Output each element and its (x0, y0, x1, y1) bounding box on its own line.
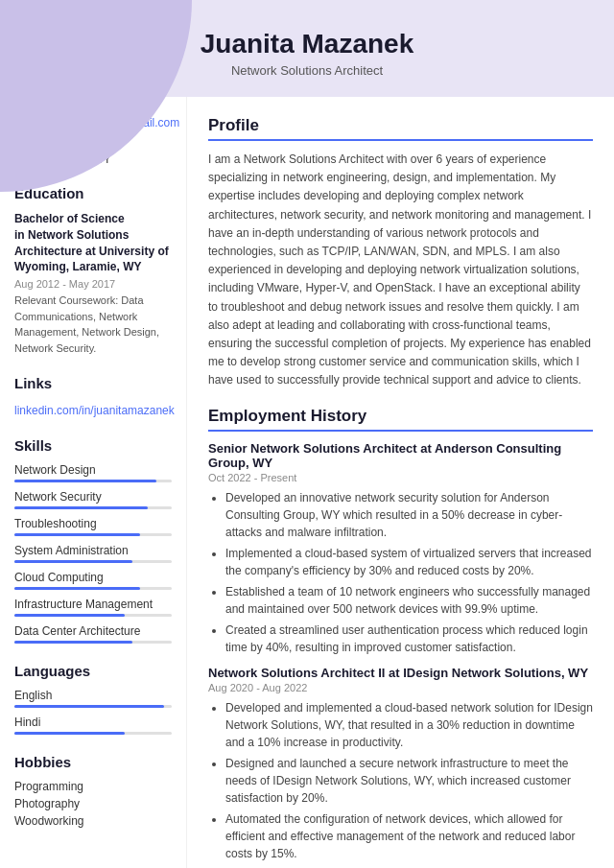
hobbies-list: ProgrammingPhotographyWoodworking (14, 780, 172, 828)
links-section: Links linkedin.com/in/juanitamazanek (14, 375, 172, 418)
skill-bar-fill (14, 533, 140, 536)
profile-text: I am a Network Solutions Architect with … (208, 151, 593, 389)
skill-item: Data Center Architecture (14, 624, 172, 644)
job-entry: Senior Network Solutions Architect at An… (208, 441, 593, 656)
resume-header: Juanita Mazanek Network Solutions Archit… (0, 0, 614, 97)
edu-coursework: Relevant Coursework: Data Communications… (14, 293, 172, 356)
hobby-item: Photography (14, 797, 172, 810)
skill-bar-fill (14, 480, 156, 482)
skill-item: Infrastructure Management (14, 598, 172, 617)
languages-list: English Hindi (14, 689, 172, 735)
employment-section-title: Employment History (208, 407, 593, 432)
candidate-title: Network Solutions Architect (19, 63, 595, 78)
education-section: Education Bachelor of Science in Network… (14, 185, 172, 356)
linkedin-link[interactable]: linkedin.com/in/juanitamazanek (14, 404, 175, 417)
hobbies-section: Hobbies ProgrammingPhotographyWoodworkin… (14, 754, 172, 828)
links-title: Links (14, 375, 172, 391)
skill-bar-fill (14, 506, 148, 509)
skill-bar-bg (14, 560, 172, 563)
language-name: English (14, 689, 172, 702)
skill-item: System Administration (14, 544, 172, 563)
list-item: Automated the configuration of network d… (225, 810, 593, 862)
job-date: Aug 2020 - Aug 2022 (208, 682, 593, 693)
language-bar-fill (14, 732, 125, 735)
skill-bar-bg (14, 533, 172, 536)
language-bar-bg (14, 705, 172, 708)
skill-name: Cloud Computing (14, 571, 172, 584)
skill-bar-fill (14, 587, 140, 590)
hobbies-title: Hobbies (14, 754, 172, 770)
list-item: Designed and launched a secure network i… (225, 755, 593, 807)
skill-name: Troubleshooting (14, 517, 172, 530)
skills-title: Skills (14, 437, 172, 454)
language-bar-bg (14, 732, 172, 735)
main-content: Profile I am a Network Solutions Archite… (187, 97, 614, 868)
languages-title: Languages (14, 663, 172, 679)
skill-name: Network Security (14, 490, 172, 504)
skill-bar-bg (14, 587, 172, 590)
skill-name: System Administration (14, 544, 172, 557)
list-item: Created a streamlined user authenticatio… (225, 622, 593, 656)
skills-list: Network Design Network Security Troubles… (14, 463, 172, 644)
job-bullets: Developed and implemented a cloud-based … (208, 699, 593, 868)
edu-degree-line3: Architecture at University of (14, 244, 172, 260)
skill-bar-bg (14, 614, 172, 617)
skills-section: Skills Network Design Network Security T… (14, 437, 172, 644)
job-title: Senior Network Solutions Architect at An… (208, 441, 593, 470)
job-title: Network Solutions Architect II at IDesig… (208, 666, 593, 680)
profile-section-title: Profile (208, 116, 593, 141)
skill-name: Network Design (14, 463, 172, 477)
skill-bar-fill (14, 641, 132, 644)
profile-section: Profile I am a Network Solutions Archite… (208, 116, 593, 389)
candidate-name: Juanita Mazanek (19, 29, 595, 59)
skill-bar-fill (14, 614, 125, 617)
language-item: English (14, 689, 172, 708)
job-date: Oct 2022 - Present (208, 472, 593, 483)
hobby-item: Programming (14, 780, 172, 793)
skill-name: Infrastructure Management (14, 598, 172, 611)
list-item: Developed and implemented a cloud-based … (225, 699, 593, 751)
skill-item: Network Security (14, 490, 172, 509)
hobby-item: Woodworking (14, 814, 172, 828)
edu-degree-line4: Wyoming, Laramie, WY (14, 259, 172, 275)
languages-section: Languages English Hindi (14, 663, 172, 735)
linkedin-item: linkedin.com/in/juanitamazanek (14, 401, 172, 418)
skill-item: Network Design (14, 463, 172, 482)
edu-degree-line2: in Network Solutions (14, 227, 172, 244)
language-bar-fill (14, 705, 164, 708)
language-item: Hindi (14, 716, 172, 735)
sidebar: ✉ juanita.mazanek@gmail.com 📞 (875) 870-… (0, 97, 187, 868)
skill-bar-bg (14, 641, 172, 644)
job-entry: Network Solutions Architect II at IDesig… (208, 666, 593, 868)
jobs-list: Senior Network Solutions Architect at An… (208, 441, 593, 868)
skill-name: Data Center Architecture (14, 624, 172, 638)
resume-body: ✉ juanita.mazanek@gmail.com 📞 (875) 870-… (0, 97, 614, 868)
language-name: Hindi (14, 716, 172, 729)
list-item: Implemented a cloud-based system of virt… (225, 545, 593, 579)
job-bullets: Developed an innovative network security… (208, 489, 593, 656)
skill-item: Troubleshooting (14, 517, 172, 536)
edu-degree-line1: Bachelor of Science (14, 211, 172, 227)
skill-item: Cloud Computing (14, 571, 172, 590)
employment-section: Employment History Senior Network Soluti… (208, 407, 593, 868)
list-item: Established a team of 10 network enginee… (225, 583, 593, 618)
edu-dates: Aug 2012 - May 2017 (14, 278, 172, 290)
skill-bar-bg (14, 480, 172, 482)
skill-bar-fill (14, 560, 132, 563)
resume-container: Juanita Mazanek Network Solutions Archit… (0, 0, 614, 868)
list-item: Developed an innovative network security… (225, 489, 593, 541)
skill-bar-bg (14, 506, 172, 509)
